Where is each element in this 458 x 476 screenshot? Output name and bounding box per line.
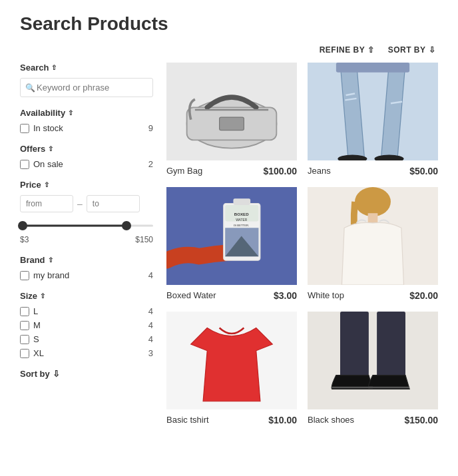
product-card-boxed-water[interactable]: BOXED WATER IS BETTER. — [166, 187, 297, 301]
svg-rect-20 — [233, 198, 250, 205]
main-layout: Search ⇧ 🔍 Availability ⇧ In stock — [20, 63, 438, 425]
slider-thumb-right[interactable] — [122, 221, 131, 230]
search-filter-title[interactable]: Search ⇧ — [20, 63, 153, 73]
availability-chevron-icon: ⇧ — [68, 109, 73, 117]
mybrand-label[interactable]: my brand — [20, 270, 69, 280]
product-image-basic-tshirt — [166, 312, 297, 409]
mybrand-checkbox[interactable] — [20, 271, 29, 280]
product-card-basic-tshirt[interactable]: Basic tshirt $10.00 — [166, 312, 297, 425]
product-name-jeans: Jeans — [308, 166, 331, 176]
price-labels: $3 $150 — [20, 235, 153, 244]
availability-instock-row: In stock 9 — [20, 123, 153, 133]
price-inputs: – — [20, 195, 153, 212]
product-info-jeans: Jeans $50.00 — [308, 166, 438, 176]
sort-by-button[interactable]: SORT BY ⇩ — [388, 45, 435, 55]
price-chevron-icon: ⇧ — [44, 181, 49, 188]
price-to-input[interactable] — [87, 195, 140, 212]
brand-filter-title[interactable]: Brand ⇧ — [20, 255, 153, 265]
product-info-boxed-water: Boxed Water $3.00 — [166, 290, 297, 301]
price-separator: – — [77, 198, 83, 209]
size-S-count: 4 — [148, 334, 153, 344]
price-slider[interactable] — [20, 219, 153, 232]
search-input[interactable] — [20, 78, 153, 97]
price-section: Price ⇧ – $3 — [20, 180, 153, 244]
chevron-down-icon: ⇩ — [429, 45, 436, 55]
product-price-white-top: $20.00 — [409, 290, 438, 301]
product-info-black-shoes: Black shoes $150.00 — [308, 415, 438, 425]
size-S-checkbox[interactable] — [20, 335, 29, 344]
product-image-black-shoes — [308, 312, 438, 409]
sort-chevron-icon: ⇩ — [53, 369, 60, 379]
availability-filter-title[interactable]: Availability ⇧ — [20, 108, 153, 118]
availability-section: Availability ⇧ In stock 9 — [20, 108, 153, 133]
product-name-basic-tshirt: Basic tshirt — [166, 415, 209, 425]
offers-section: Offers ⇧ On sale 2 — [20, 144, 153, 169]
brand-section: Brand ⇧ my brand 4 — [20, 255, 153, 280]
product-info-white-top: White top $20.00 — [308, 290, 438, 301]
product-card-black-shoes[interactable]: Black shoes $150.00 — [308, 312, 438, 425]
search-section: Search ⇧ 🔍 — [20, 63, 153, 97]
size-M-count: 4 — [148, 320, 153, 330]
svg-rect-6 — [336, 63, 409, 73]
sort-section: Sort by ⇩ — [20, 369, 153, 379]
price-from-input[interactable] — [20, 195, 73, 212]
refine-by-button[interactable]: REFINE BY ⇧ — [320, 45, 375, 55]
mybrand-count: 4 — [148, 270, 153, 280]
svg-rect-27 — [377, 312, 405, 377]
offers-chevron-icon: ⇧ — [48, 145, 53, 152]
search-chevron-icon: ⇧ — [51, 64, 57, 71]
size-M-checkbox[interactable] — [20, 321, 29, 330]
slider-fill — [23, 225, 126, 227]
onsale-label[interactable]: On sale — [20, 159, 63, 169]
product-image-jeans — [308, 63, 438, 160]
product-card-white-top[interactable]: ON SALE — [308, 187, 438, 301]
product-name-white-top: White top — [308, 290, 344, 300]
size-filter-title[interactable]: Size ⇧ — [20, 291, 153, 301]
product-price-boxed-water: $3.00 — [274, 290, 297, 301]
search-icon: 🔍 — [25, 83, 35, 93]
size-XL-row: XL 3 — [20, 348, 153, 358]
svg-text:IS BETTER.: IS BETTER. — [234, 224, 249, 227]
size-chevron-icon: ⇧ — [40, 292, 45, 300]
product-price-gym-bag: $100.00 — [263, 166, 297, 176]
size-L-checkbox[interactable] — [20, 307, 29, 316]
product-info-basic-tshirt: Basic tshirt $10.00 — [166, 415, 297, 425]
instock-checkbox[interactable] — [20, 124, 29, 133]
size-S-row: S 4 — [20, 334, 153, 344]
chevron-up-icon: ⇧ — [367, 45, 375, 55]
products-grid-container: Gym Bag $100.00 — [166, 63, 438, 425]
product-name-black-shoes: Black shoes — [308, 415, 354, 425]
product-price-black-shoes: $150.00 — [404, 415, 438, 425]
svg-text:WATER: WATER — [236, 218, 248, 222]
svg-point-22 — [355, 187, 391, 216]
product-image-gym-bag — [166, 63, 297, 160]
slider-thumb-left[interactable] — [18, 221, 27, 230]
price-range: – $3 $150 — [20, 195, 153, 244]
price-min-label: $3 — [20, 235, 29, 244]
size-L-label[interactable]: L — [20, 306, 38, 316]
product-card-jeans[interactable]: Jeans $50.00 — [308, 63, 438, 176]
svg-rect-4 — [220, 117, 244, 130]
mybrand-row: my brand 4 — [20, 270, 153, 280]
size-S-label[interactable]: S — [20, 334, 39, 344]
product-card-gym-bag[interactable]: Gym Bag $100.00 — [166, 63, 297, 176]
onsale-checkbox[interactable] — [20, 160, 29, 169]
sort-title[interactable]: Sort by ⇩ — [20, 369, 153, 379]
size-L-count: 4 — [148, 306, 153, 316]
search-input-wrap: 🔍 — [20, 78, 153, 97]
product-price-jeans: $50.00 — [409, 166, 438, 176]
instock-label[interactable]: In stock — [20, 123, 63, 133]
size-M-row: M 4 — [20, 320, 153, 330]
onsale-count: 2 — [148, 159, 153, 169]
size-M-label[interactable]: M — [20, 320, 41, 330]
size-XL-checkbox[interactable] — [20, 349, 29, 358]
size-section: Size ⇧ L 4 M 4 — [20, 291, 153, 358]
size-L-row: L 4 — [20, 306, 153, 316]
svg-rect-25 — [308, 312, 438, 409]
size-XL-label[interactable]: XL — [20, 348, 44, 358]
size-XL-count: 3 — [148, 348, 153, 358]
top-bar: REFINE BY ⇧ SORT BY ⇩ — [20, 45, 438, 55]
price-filter-title[interactable]: Price ⇧ — [20, 180, 153, 190]
product-info-gym-bag: Gym Bag $100.00 — [166, 166, 297, 176]
offers-filter-title[interactable]: Offers ⇧ — [20, 144, 153, 154]
